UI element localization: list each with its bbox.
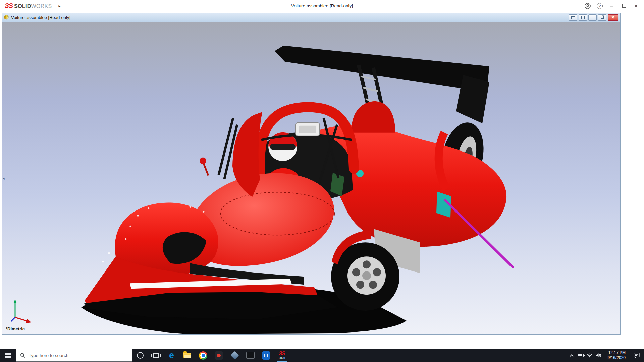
taskbar-clock[interactable]: 12:17 PM 9/16/2020 [604, 349, 629, 362]
taskbar-spacer [290, 349, 567, 362]
search-input[interactable] [29, 353, 128, 358]
doc-close-button[interactable]: ✕ [608, 14, 618, 21]
document-title: Voiture assomblee [Read-only] [11, 15, 70, 20]
taskbar-app-blue[interactable] [258, 349, 274, 362]
close-icon: ✕ [611, 15, 614, 20]
window-split-icon [581, 16, 585, 19]
assembly-document-icon [4, 15, 9, 20]
document-window-controls: – ✕ [569, 14, 618, 21]
red-dot-app-icon [215, 351, 223, 360]
chrome-icon [199, 351, 207, 360]
file-explorer-icon [183, 353, 191, 358]
menu-expand-arrow-icon[interactable]: ▸ [59, 4, 61, 8]
screen: ЗS SOLID WORKS ▸ Voiture assomblee [Read… [0, 0, 644, 362]
terminal-app-icon [246, 352, 255, 359]
panel-collapse-arrow-icon[interactable]: ◂ [3, 176, 5, 180]
app-minimize-button[interactable]: – [606, 0, 618, 12]
view-orientation-label: *Dimetric [6, 326, 25, 331]
action-center-button[interactable] [629, 349, 644, 362]
solidworks-year-badge: 2020 [279, 357, 285, 360]
document-titlebar[interactable]: Voiture assomblee [Read-only] – ✕ [2, 13, 620, 22]
app-titlebar: ЗS SOLID WORKS ▸ Voiture assomblee [Read… [0, 0, 644, 12]
taskbar-search[interactable] [16, 349, 132, 362]
taskbar-app-cortana[interactable] [132, 349, 148, 362]
wifi-icon [587, 353, 593, 358]
taskbar-app-cube[interactable] [227, 349, 243, 362]
network-button[interactable] [585, 349, 594, 362]
taskbar-app-edge[interactable]: e [164, 349, 179, 362]
taskbar-app-solidworks[interactable]: ЗS 2020 [274, 349, 290, 362]
document-window: Voiture assomblee [Read-only] – ✕ [2, 13, 621, 335]
clock-date: 9/16/2020 [608, 355, 626, 360]
ds-logo-icon: ЗS [5, 2, 13, 10]
battery-button[interactable] [576, 349, 585, 362]
blue-app-icon [262, 351, 270, 360]
window-pane-icon [571, 16, 575, 19]
taskbar-app-task-view[interactable] [148, 349, 164, 362]
taskbar: e ЗS 2020 [0, 349, 644, 362]
account-button[interactable] [582, 0, 594, 12]
app-window-title: Voiture assomblee [Read-only] [291, 3, 353, 8]
cortana-icon [137, 352, 144, 359]
windows-logo-icon [5, 353, 11, 358]
system-tray [567, 349, 604, 362]
battery-icon [578, 354, 584, 357]
cube-app-icon [230, 351, 239, 359]
doc-restore-button[interactable] [598, 14, 606, 21]
hidden-icons-button[interactable] [567, 349, 576, 362]
graphics-viewport[interactable]: *Dimetric ◂ [2, 22, 620, 334]
speaker-icon [596, 353, 602, 358]
doc-pane-button-1[interactable] [569, 14, 577, 21]
app-restore-button[interactable] [618, 0, 630, 12]
logo-works-text: WORKS [31, 3, 52, 9]
volume-button[interactable] [594, 349, 603, 362]
minimize-icon: – [610, 3, 613, 9]
help-icon: ? [597, 3, 603, 9]
account-icon [584, 3, 591, 9]
taskbar-app-file-explorer[interactable] [179, 349, 195, 362]
minimize-icon: – [591, 15, 594, 20]
app-close-button[interactable]: ✕ [630, 0, 642, 12]
edge-icon: e [169, 351, 174, 360]
restore-icon [622, 4, 626, 8]
doc-pane-button-2[interactable] [579, 14, 587, 21]
search-icon [20, 353, 25, 358]
clock-time: 12:17 PM [608, 350, 626, 355]
taskbar-app-terminal[interactable] [243, 349, 258, 362]
taskbar-app-red-dot[interactable] [211, 349, 227, 362]
3d-model-race-car[interactable] [2, 22, 620, 334]
close-icon: ✕ [634, 3, 638, 9]
doc-minimize-button[interactable]: – [588, 14, 597, 21]
chevron-up-icon [570, 354, 573, 358]
solidworks-logo: ЗS SOLID WORKS [5, 2, 52, 10]
logo-solid-text: SOLID [14, 3, 31, 9]
taskbar-app-chrome[interactable] [195, 349, 211, 362]
solidworks-taskbar-icon: ЗS 2020 [279, 351, 285, 360]
task-view-icon [153, 353, 159, 358]
start-button[interactable] [0, 349, 16, 362]
action-center-icon [634, 353, 640, 358]
help-button[interactable]: ? [594, 0, 606, 12]
left-mirror [200, 158, 206, 164]
app-window-controls: ? – ✕ [582, 0, 642, 12]
restore-icon [601, 16, 604, 19]
solidworks-mark-icon: ЗS [279, 351, 285, 356]
center-mirror [296, 123, 320, 136]
